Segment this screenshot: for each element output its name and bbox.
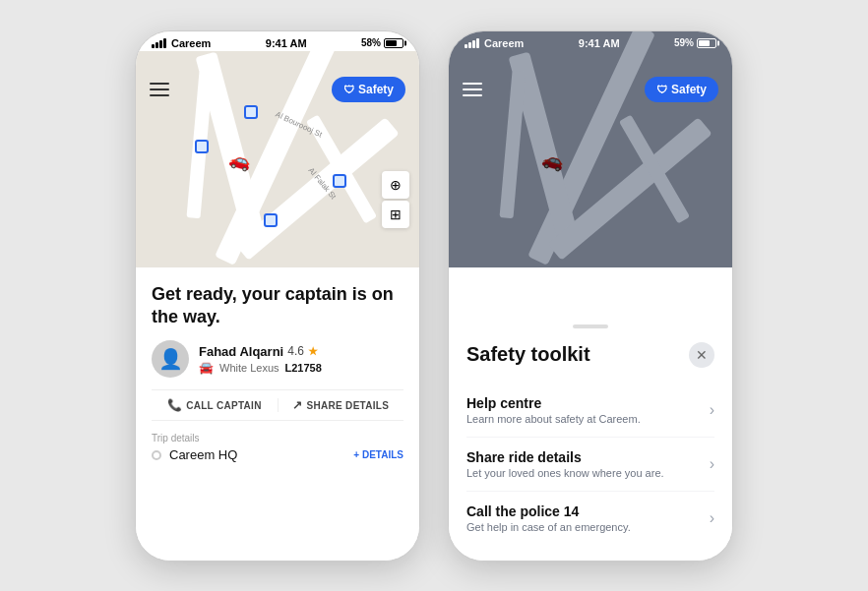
signal-icon	[152, 38, 166, 48]
hamburger-button-1[interactable]	[150, 83, 169, 96]
call-label: CALL CAPTAIN	[186, 400, 262, 411]
battery-indicator-2: 59%	[674, 37, 716, 48]
share-icon: ↗	[292, 398, 302, 412]
car-icon-2: 🚗	[540, 147, 567, 173]
bottom-card-1: Get ready, your captain is on the way. 👤…	[136, 267, 419, 561]
carrier-name-2: Careem	[484, 37, 524, 49]
road-d-4	[499, 70, 526, 218]
share-ride-subtitle: Let your loved ones know where you are.	[466, 467, 710, 479]
car-model: White Lexus	[219, 362, 279, 374]
hamburger-icon-d3	[463, 94, 482, 96]
police-subtitle: Get help in case of an emergency.	[466, 521, 710, 533]
map-controls-1: ⊕ ⊞	[382, 171, 409, 228]
status-bar-1: Careem 9:41 AM 58%	[136, 31, 419, 51]
panel-item-police-text: Call the police 14 Get help in case of a…	[466, 503, 710, 533]
call-captain-button[interactable]: 📞 CALL CAPTAIN	[152, 398, 279, 412]
driver-name-row: Fahad Alqarni 4.6 ★	[199, 344, 403, 359]
share-label: SHARE DETAILS	[307, 400, 390, 411]
safety-label-2: Safety	[671, 83, 707, 96]
hamburger-icon-d2	[463, 89, 482, 90]
driver-row: 👤 Fahad Alqarni 4.6 ★ 🚘 White Lexus L217…	[152, 340, 403, 378]
panel-item-share[interactable]: Share ride details Let your loved ones k…	[466, 438, 714, 492]
time-2: 9:41 AM	[579, 37, 620, 49]
map-bg-2: 🚗 🛡 Safety	[449, 31, 732, 267]
driver-rating: 4.6	[287, 344, 304, 358]
plate-number: L21758	[285, 362, 322, 374]
details-link[interactable]: + DETAILS	[353, 449, 403, 460]
map-marker-1	[195, 140, 209, 153]
hamburger-icon-2	[150, 89, 169, 90]
driver-avatar: 👤	[152, 340, 189, 378]
hamburger-icon	[150, 83, 169, 85]
battery-icon-1	[384, 38, 403, 48]
map-area-2: 🚗 🛡 Safety	[449, 31, 732, 267]
map-btn-compass[interactable]: ⊕	[382, 171, 409, 199]
phone-icon: 📞	[167, 398, 182, 412]
carrier-2: Careem	[465, 37, 524, 49]
share-details-button[interactable]: ↗ SHARE DETAILS	[279, 398, 404, 412]
map-marker-3	[264, 213, 278, 227]
status-bar-2: Careem 9:41 AM 59%	[449, 31, 732, 51]
safety-button-2[interactable]: 🛡 Safety	[645, 77, 718, 102]
trip-destination-row: Careem HQ + DETAILS	[152, 447, 403, 462]
map-area-1: Al Bouroooj St Al Falak St 🚗 🛡	[136, 31, 419, 267]
hamburger-icon-3	[150, 94, 169, 96]
panel-item-help-text: Help centre Learn more about safety at C…	[466, 395, 710, 425]
time-1: 9:41 AM	[266, 37, 307, 49]
close-panel-button[interactable]: ✕	[689, 342, 714, 368]
phone-2: Careem 9:41 AM 59% 🚗	[448, 30, 733, 561]
safety-panel: Safety toolkit ✕ Help centre Learn more …	[449, 313, 732, 561]
trip-section: Trip details Careem HQ + DETAILS	[152, 433, 403, 462]
close-icon: ✕	[696, 347, 708, 363]
safety-label-1: Safety	[358, 83, 394, 96]
hamburger-icon-d1	[463, 83, 482, 85]
chevron-right-icon-3: ›	[710, 509, 714, 527]
safety-button-1[interactable]: 🛡 Safety	[332, 77, 405, 102]
ride-title: Get ready, your captain is on the way.	[152, 283, 403, 329]
signal-icon-2	[465, 38, 479, 48]
map-marker-2	[333, 174, 346, 188]
battery-percent-1: 58%	[361, 37, 381, 48]
carrier-name: Careem	[171, 37, 211, 49]
panel-title: Safety toolkit	[466, 343, 590, 366]
shield-icon-2: 🛡	[656, 84, 667, 95]
share-ride-title: Share ride details	[466, 449, 710, 465]
hamburger-button-2[interactable]	[463, 83, 482, 96]
map-btn-layer[interactable]: ⊞	[382, 201, 409, 228]
map-marker-4	[244, 105, 258, 119]
panel-item-police[interactable]: Call the police 14 Get help in case of a…	[466, 492, 714, 545]
map-bg-1: Al Bouroooj St Al Falak St 🚗 🛡	[136, 31, 419, 267]
destination-dot	[152, 450, 161, 460]
road-d-5	[619, 114, 690, 223]
battery-icon-2	[697, 38, 716, 48]
destination-text: Careem HQ	[169, 447, 237, 462]
panel-title-row: Safety toolkit ✕	[466, 342, 714, 368]
driver-name-text: Fahad Alqarni	[199, 344, 283, 359]
battery-indicator-1: 58%	[361, 37, 403, 48]
chevron-right-icon-2: ›	[710, 455, 714, 473]
shield-icon-1: 🛡	[343, 84, 354, 95]
help-centre-subtitle: Learn more about safety at Careem.	[466, 413, 710, 425]
phone-1: Careem 9:41 AM 58% Al Bouroooj St	[135, 30, 420, 561]
action-row: 📞 CALL CAPTAIN ↗ SHARE DETAILS	[152, 389, 403, 421]
driver-info: Fahad Alqarni 4.6 ★ 🚘 White Lexus L21758	[199, 344, 403, 375]
panel-item-share-text: Share ride details Let your loved ones k…	[466, 449, 710, 479]
panel-handle	[573, 325, 608, 328]
trip-label: Trip details	[152, 433, 403, 443]
avatar-icon: 👤	[158, 347, 183, 371]
chevron-right-icon-1: ›	[710, 401, 714, 419]
car-logo-icon: 🚘	[199, 361, 214, 375]
driver-sub: 🚘 White Lexus L21758	[199, 361, 403, 375]
star-icon: ★	[308, 345, 318, 358]
police-title: Call the police 14	[466, 503, 710, 519]
battery-percent-2: 59%	[674, 37, 694, 48]
panel-item-help[interactable]: Help centre Learn more about safety at C…	[466, 384, 714, 438]
help-centre-title: Help centre	[466, 395, 710, 411]
car-icon-1: 🚗	[227, 147, 254, 173]
carrier-1: Careem	[152, 37, 211, 49]
